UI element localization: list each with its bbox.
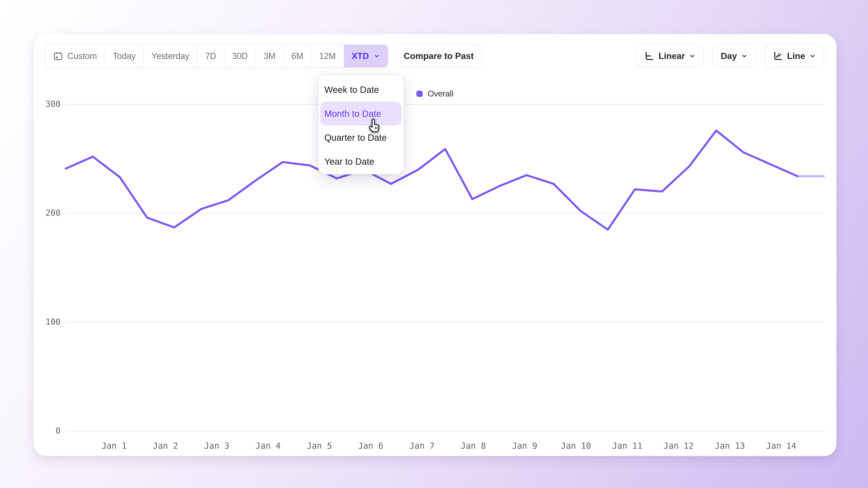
chevron-down-icon — [689, 53, 696, 59]
range-button-7d[interactable]: 7D — [197, 45, 224, 67]
toolbar: CustomTodayYesterday7D30D3M6M12MXTD Comp… — [45, 44, 824, 68]
interval-select-label: Day — [721, 51, 737, 61]
date-range-segmented-control: CustomTodayYesterday7D30D3M6M12MXTD — [45, 44, 388, 68]
range-button-label: Custom — [67, 51, 97, 61]
range-button-label: 6M — [291, 51, 303, 61]
scale-select-button[interactable]: Linear — [636, 45, 704, 67]
dropdown-item-week-to-date[interactable]: Week to Date — [320, 78, 402, 102]
chart-card: CustomTodayYesterday7D30D3M6M12MXTD Comp… — [33, 34, 837, 456]
range-dropdown-menu: Week to DateMonth to DateQuarter to Date… — [318, 74, 404, 174]
legend: Overall — [416, 89, 454, 98]
range-button-custom[interactable]: Custom — [45, 45, 105, 67]
page-background: CustomTodayYesterday7D30D3M6M12MXTD Comp… — [0, 0, 868, 488]
range-button-30d[interactable]: 30D — [224, 45, 256, 67]
range-button-label: Yesterday — [151, 51, 189, 61]
range-button-yesterday[interactable]: Yesterday — [144, 45, 197, 67]
chart-options-group: Linear Day Line — [636, 45, 824, 67]
range-button-label: 12M — [319, 51, 336, 61]
dropdown-item-quarter-to-date[interactable]: Quarter to Date — [320, 126, 402, 150]
compare-to-past-button[interactable]: Compare to Past — [396, 45, 482, 67]
scale-select-label: Linear — [658, 51, 685, 61]
range-button-6m[interactable]: 6M — [284, 45, 311, 67]
dropdown-item-month-to-date[interactable]: Month to Date — [320, 102, 402, 126]
range-button-label: 7D — [205, 51, 216, 61]
legend-swatch — [416, 91, 423, 97]
legend-label: Overall — [428, 89, 454, 98]
chevron-down-icon — [373, 53, 380, 59]
mouse-cursor-pointer — [367, 117, 383, 134]
range-button-today[interactable]: Today — [105, 45, 144, 67]
interval-select-button[interactable]: Day — [712, 45, 756, 67]
chevron-down-icon — [741, 53, 748, 59]
line-chart-icon — [773, 51, 783, 61]
range-button-label: 3M — [264, 51, 276, 61]
calendar-icon — [53, 51, 63, 61]
range-button-label: XTD — [352, 51, 369, 61]
range-button-label: 30D — [232, 51, 248, 61]
chevron-down-icon — [809, 53, 816, 59]
linear-scale-icon — [644, 51, 654, 61]
range-button-3m[interactable]: 3M — [256, 45, 284, 67]
dropdown-item-year-to-date[interactable]: Year to Date — [320, 150, 402, 173]
range-button-xtd[interactable]: XTD — [344, 45, 388, 67]
range-button-label: Today — [113, 51, 135, 61]
chart-type-select-button[interactable]: Line — [765, 45, 824, 67]
chart-type-select-label: Line — [787, 51, 805, 61]
range-button-12m[interactable]: 12M — [311, 45, 344, 67]
